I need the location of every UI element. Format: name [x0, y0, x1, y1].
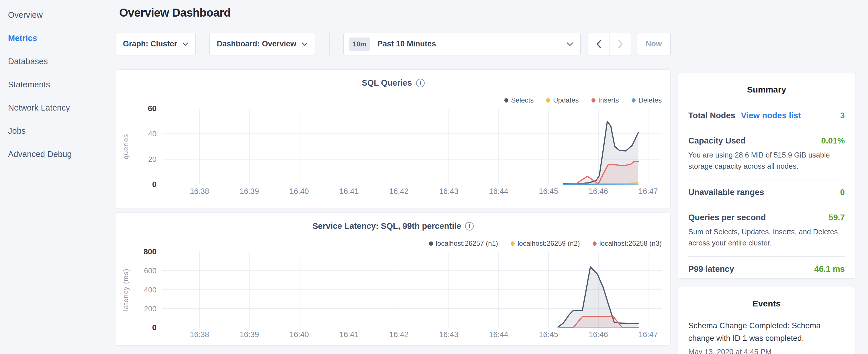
svg-text:0: 0 — [152, 180, 156, 189]
time-window-selector[interactable]: 10m Past 10 Minutes — [343, 33, 580, 55]
summary-description: You are using 28.6 MiB of 515.9 GiB usab… — [688, 150, 845, 172]
summary-value: 59.7 — [829, 213, 845, 222]
svg-text:16:47: 16:47 — [639, 187, 658, 196]
chart-title-row: SQL Queriesi — [116, 78, 670, 89]
sidebar-item-advanced-debug[interactable]: Advanced Debug — [0, 142, 115, 166]
legend-dot-icon — [510, 242, 515, 246]
svg-text:400: 400 — [144, 286, 156, 294]
svg-text:20: 20 — [148, 155, 156, 164]
svg-text:0: 0 — [152, 323, 156, 332]
event-message: Schema Change Completed: Schema change w… — [688, 319, 845, 345]
svg-text:40: 40 — [148, 129, 156, 138]
time-window-label: Past 10 Minutes — [377, 39, 436, 49]
summary-description: Sum of Selects, Updates, Inserts, and De… — [688, 226, 845, 249]
info-icon[interactable]: i — [416, 79, 425, 87]
summary-label: Capacity Used — [688, 136, 746, 146]
legend-item-selects: Selects — [504, 96, 534, 104]
legend-dot-icon — [631, 98, 636, 102]
events-panel: Events Schema Change Completed: Schema c… — [678, 287, 856, 354]
summary-panel: Summary Total NodesView nodes list3Capac… — [678, 73, 856, 279]
summary-row-capacity-used: Capacity Used0.01%You are using 28.6 MiB… — [688, 128, 845, 180]
svg-text:16:42: 16:42 — [389, 330, 409, 339]
legend-dot-icon — [429, 242, 433, 246]
legend-item-localhost-26257-n1: localhost:26257 (n1) — [429, 239, 498, 248]
svg-text:16:46: 16:46 — [589, 330, 608, 339]
legend-item-deletes: Deletes — [631, 96, 662, 104]
legend-item-localhost-26258-n3: localhost:26258 (n3) — [593, 239, 662, 248]
service-latency-chart-card: Service Latency: SQL, 99th percentilei l… — [116, 213, 671, 346]
legend-dot-icon — [504, 98, 508, 102]
svg-text:16:44: 16:44 — [489, 330, 508, 339]
svg-text:200: 200 — [144, 304, 156, 313]
sql-queries-chart-card: SQL Queriesi SelectsUpdatesInsertsDelete… — [116, 69, 671, 209]
sidebar: OverviewMetricsDatabasesStatementsNetwor… — [0, 0, 115, 354]
svg-text:16:38: 16:38 — [190, 187, 209, 196]
summary-value: 3 — [840, 111, 845, 120]
summary-label: Unavailable ranges — [688, 188, 764, 197]
chart-legend: SelectsUpdatesInsertsDeletes — [116, 96, 662, 104]
sidebar-item-metrics[interactable]: Metrics — [0, 27, 115, 50]
legend-dot-icon — [593, 242, 597, 246]
sidebar-item-databases[interactable]: Databases — [0, 50, 115, 73]
svg-text:60: 60 — [148, 105, 156, 113]
chart-title: Service Latency: SQL, 99th percentile — [313, 221, 461, 231]
svg-text:16:42: 16:42 — [389, 187, 409, 196]
svg-text:16:39: 16:39 — [240, 330, 259, 339]
legend-item-localhost-26259-n2: localhost:26259 (n2) — [510, 239, 580, 248]
event-item[interactable]: Schema Change Completed: Schema change w… — [688, 319, 845, 354]
legend-label: localhost:26257 (n1) — [436, 239, 498, 248]
summary-label: P99 latency — [688, 264, 734, 274]
summary-label: Total Nodes — [688, 111, 735, 120]
chevron-down-icon — [182, 42, 189, 46]
sql-queries-chart[interactable]: 16:3816:3916:4016:4116:4216:4316:4416:45… — [116, 105, 671, 201]
svg-text:16:43: 16:43 — [439, 187, 459, 196]
service-latency-chart[interactable]: 16:3816:3916:4016:4116:4216:4316:4416:45… — [116, 248, 671, 344]
legend-label: localhost:26259 (n2) — [518, 239, 580, 248]
svg-text:16:47: 16:47 — [639, 330, 658, 339]
svg-text:16:39: 16:39 — [240, 187, 259, 196]
summary-label: Queries per second — [688, 213, 766, 222]
view-nodes-list-link[interactable]: View nodes list — [741, 111, 801, 120]
summary-title: Summary — [688, 85, 845, 95]
svg-text:latency (ms): latency (ms) — [122, 268, 129, 311]
legend-item-inserts: Inserts — [591, 96, 619, 104]
controls-bar: Graph: Cluster Dashboard: Overview 10m P… — [116, 33, 671, 55]
sidebar-item-statements[interactable]: Statements — [0, 73, 115, 96]
chevron-left-icon — [596, 40, 601, 49]
legend-label: Inserts — [598, 96, 619, 104]
sidebar-item-network-latency[interactable]: Network Latency — [0, 96, 115, 120]
right-column: Summary Total NodesView nodes list3Capac… — [678, 73, 856, 354]
events-title: Events — [688, 299, 845, 309]
svg-text:16:41: 16:41 — [339, 187, 359, 196]
chevron-down-icon — [302, 42, 308, 46]
info-icon[interactable]: i — [465, 222, 474, 231]
svg-text:16:46: 16:46 — [589, 187, 608, 196]
svg-text:16:45: 16:45 — [539, 330, 558, 339]
svg-text:16:44: 16:44 — [489, 187, 508, 196]
controls-divider — [329, 33, 330, 55]
legend-item-updates: Updates — [546, 96, 579, 104]
chevron-right-icon — [618, 40, 623, 49]
graph-dropdown-label: Graph: Cluster — [123, 39, 177, 49]
sidebar-item-jobs[interactable]: Jobs — [0, 120, 115, 142]
sidebar-item-overview[interactable]: Overview — [0, 3, 115, 27]
page-title: Overview Dashboard — [119, 6, 671, 19]
legend-label: Updates — [553, 96, 579, 104]
legend-dot-icon — [591, 98, 595, 102]
graph-dropdown[interactable]: Graph: Cluster — [116, 33, 196, 55]
now-button[interactable]: Now — [637, 33, 671, 55]
chart-title: SQL Queries — [362, 78, 412, 87]
svg-text:800: 800 — [144, 248, 156, 256]
time-step-buttons — [588, 33, 631, 55]
next-time-button[interactable] — [610, 33, 631, 55]
svg-text:16:40: 16:40 — [289, 187, 309, 196]
summary-row-total-nodes: Total NodesView nodes list3 — [688, 103, 845, 128]
legend-dot-icon — [546, 98, 550, 102]
svg-text:600: 600 — [144, 266, 156, 275]
summary-row-p99-latency: P99 latency46.1 ms — [688, 256, 845, 282]
summary-row-unavailable-ranges: Unavailable ranges0 — [688, 180, 845, 205]
svg-text:16:41: 16:41 — [339, 330, 359, 339]
prev-time-button[interactable] — [588, 33, 610, 55]
dashboard-dropdown[interactable]: Dashboard: Overview — [210, 33, 315, 55]
chart-title-row: Service Latency: SQL, 99th percentilei — [116, 221, 670, 232]
